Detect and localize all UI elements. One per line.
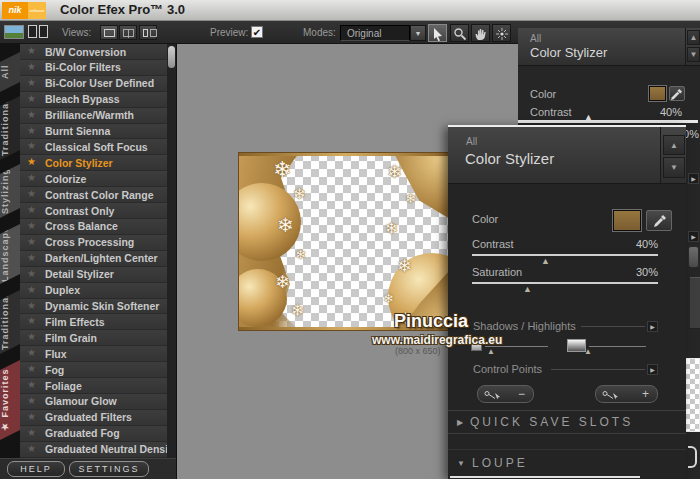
panel-divider: [448, 433, 686, 434]
snowflake-ornament: ❄: [295, 247, 306, 262]
eyedropper-button[interactable]: [669, 86, 685, 101]
filter-item[interactable]: ★Foliage: [20, 378, 167, 394]
expand-arrow-icon[interactable]: ▶: [688, 231, 699, 242]
tab-traditional-2[interactable]: Traditional: [0, 290, 20, 354]
select-tool-button[interactable]: [428, 24, 447, 42]
preview-checkbox[interactable]: ✔: [251, 26, 263, 38]
next-filter-button[interactable]: ▼: [663, 157, 685, 178]
tab-favorites[interactable]: ★ Favorites: [0, 360, 20, 440]
filter-item[interactable]: ★Darken/Lighten Center: [20, 251, 167, 267]
star-icon: ★: [27, 204, 36, 215]
control-point-tool-button[interactable]: [492, 24, 511, 42]
tab-traditional-1[interactable]: Traditional: [0, 96, 20, 160]
color-swatch[interactable]: [613, 210, 641, 231]
panel-scrollbar-thumb[interactable]: [688, 246, 699, 268]
magnifier-icon: [453, 27, 467, 41]
saturation-slider-handle[interactable]: ▲: [523, 285, 532, 293]
prev-filter-button[interactable]: ▲: [663, 135, 685, 155]
filter-item[interactable]: ★Classical Soft Focus: [20, 139, 167, 155]
side-by-side-button[interactable]: [139, 25, 157, 40]
eyedropper-icon: [653, 214, 667, 228]
settings-button[interactable]: SETTINGS: [69, 461, 149, 477]
scrollbar-thumb[interactable]: [168, 46, 175, 68]
tab-all[interactable]: All: [0, 52, 20, 92]
quick-save-slots-header[interactable]: QUICK SAVE SLOTS: [470, 415, 633, 429]
filter-item[interactable]: ★Contrast Only: [20, 203, 167, 219]
title-bar: nik software Color Efex Pro™ 3.0: [0, 0, 700, 21]
star-icon: ★: [27, 172, 36, 183]
expand-arrow-icon[interactable]: ▶: [688, 173, 699, 184]
filter-item[interactable]: ★Burnt Sienna: [20, 124, 167, 140]
contrast-value: 40%: [598, 238, 658, 250]
filter-item[interactable]: ★Duplex: [20, 283, 167, 299]
filter-item[interactable]: ★Contrast Color Range: [20, 187, 167, 203]
filter-item[interactable]: ★Graduated Neutral Density: [20, 442, 167, 458]
star-icon: ★: [27, 411, 36, 422]
split-preview-button[interactable]: [119, 25, 137, 40]
loupe-header[interactable]: LOUPE: [472, 456, 528, 470]
side-by-side-icon: [143, 29, 148, 37]
panel-category: All: [530, 33, 541, 44]
color-swatch[interactable]: [649, 86, 666, 101]
filter-list-scrollbar[interactable]: [167, 44, 176, 458]
control-points-expand-button[interactable]: ▶: [647, 364, 658, 375]
help-button[interactable]: HELP: [7, 461, 65, 477]
tab-stylizing[interactable]: Stylizing: [0, 164, 20, 218]
saturation-slider-track[interactable]: [472, 282, 658, 284]
filter-list: ★B/W Conversion ★Bi-Color Filters ★Bi-Co…: [20, 44, 167, 458]
gold-frame-top-edge: [239, 153, 450, 156]
filter-item-color-stylizer[interactable]: ★Color Stylizer: [20, 155, 167, 171]
pan-tool-button[interactable]: [471, 24, 490, 42]
shadows-slider-handle[interactable]: ▲: [487, 348, 495, 356]
tab-landscape[interactable]: Landscape: [0, 224, 20, 284]
next-filter-button[interactable]: ▼: [687, 47, 700, 62]
filter-item[interactable]: ★Flux: [20, 346, 167, 362]
contrast-slider-track[interactable]: [472, 254, 658, 256]
shadows-highlights-expand-button[interactable]: ▶: [647, 321, 658, 332]
filter-item[interactable]: ★Colorize: [20, 171, 167, 187]
filter-item[interactable]: ★B/W Conversion: [20, 44, 167, 60]
filter-item[interactable]: ★Brilliance/Warmth: [20, 108, 167, 124]
filter-item[interactable]: ★Detail Stylizer: [20, 267, 167, 283]
snowflake-ornament: ❄: [385, 219, 398, 238]
highlights-slider-handle[interactable]: ▲: [584, 348, 592, 356]
filter-nav: ▲ ▼: [685, 28, 700, 66]
favorites-star-icon: ★: [0, 421, 10, 432]
split-view-icon[interactable]: [28, 25, 49, 39]
filter-item[interactable]: ★Film Effects: [20, 314, 167, 330]
filter-item[interactable]: ★Bi-Color User Defined: [20, 76, 167, 92]
filter-item[interactable]: ★Graduated Fog: [20, 426, 167, 442]
watermark-url: www.maidiregrafica.eu: [372, 333, 502, 347]
remove-control-point-button[interactable]: −: [477, 385, 534, 403]
app-window: nik software Color Efex Pro™ 3.0 Views: …: [0, 0, 700, 479]
modes-dropdown[interactable]: Original Image: [340, 25, 410, 41]
eyedropper-button[interactable]: [646, 210, 672, 231]
star-icon: ★: [27, 61, 36, 72]
saturation-label: Saturation: [472, 266, 522, 278]
app-title: Color Efex Pro™ 3.0: [60, 2, 185, 17]
contrast-slider-track[interactable]: [518, 120, 698, 123]
panel-category: All: [466, 136, 477, 147]
filter-item[interactable]: ★Bleach Bypass: [20, 92, 167, 108]
image-thumbnail-icon[interactable]: [4, 25, 24, 39]
filter-item[interactable]: ★Dynamic Skin Softener: [20, 299, 167, 315]
filter-item[interactable]: ★Fog: [20, 362, 167, 378]
nik-software-logo: software: [28, 2, 46, 19]
single-view-button[interactable]: [100, 25, 118, 40]
star-icon: ★: [27, 252, 36, 263]
add-control-point-button[interactable]: +: [595, 385, 658, 403]
highlights-slider-track[interactable]: [589, 346, 646, 347]
filter-item[interactable]: ★Graduated Filters: [20, 410, 167, 426]
filter-item[interactable]: ★Film Grain: [20, 330, 167, 346]
gold-frame-top-right: [394, 153, 450, 219]
modes-dropdown-arrow[interactable]: ▼: [410, 25, 426, 41]
filter-item[interactable]: ★Cross Processing: [20, 235, 167, 251]
contrast-slider-handle[interactable]: ▲: [541, 257, 550, 265]
prev-filter-button[interactable]: ▲: [687, 30, 700, 45]
filter-item[interactable]: ★Cross Balance: [20, 219, 167, 235]
filter-item[interactable]: ★Glamour Glow: [20, 394, 167, 410]
filter-item[interactable]: ★Bi-Color Filters: [20, 60, 167, 76]
zoom-tool-button[interactable]: [450, 24, 469, 42]
snowflake-ornament: ❄: [387, 161, 402, 183]
preview-image[interactable]: ❄ ❄ ❄ ❄ ❄ ❄ ❄ ❄ ❄ ❄ ❄ ❄: [238, 152, 451, 331]
